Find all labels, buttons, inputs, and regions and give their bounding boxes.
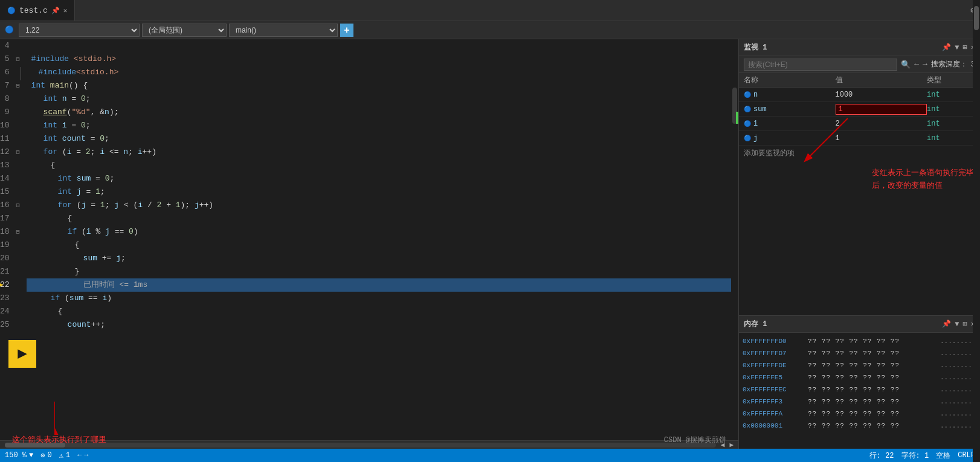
fold-5[interactable]: ⊟ xyxy=(12,53,24,66)
scope-select[interactable]: (全局范围) xyxy=(142,24,227,37)
mem-chars-6: ........ xyxy=(940,410,976,417)
watch-icon-i: 🔵 xyxy=(744,120,751,127)
search-icon[interactable]: 🔍 xyxy=(901,60,911,69)
watch-name-j: 🔵 j xyxy=(744,134,836,143)
space-status: 空格 xyxy=(936,451,950,461)
mem-bytes-0: ?? ?? ?? ?? ?? ?? ?? xyxy=(808,338,935,345)
watch-header-actions: 📌 ▼ ⊞ ✕ xyxy=(942,43,975,52)
memory-row-6: 0xFFFFFFFA ?? ?? ?? ?? ?? ?? ?? ........ xyxy=(739,408,980,420)
warning-count: 1 xyxy=(66,451,70,460)
zoom-status: 150 % ▼ xyxy=(5,451,33,460)
horizontal-scrollbar[interactable]: ◀ ▶ xyxy=(0,440,738,449)
memory-scrollbar[interactable] xyxy=(973,39,980,449)
mem-chars-3: ........ xyxy=(940,374,976,381)
watch-pin2-icon[interactable]: ⊞ xyxy=(963,43,967,52)
watermark: CSDN @摆摊卖煎饼 xyxy=(664,435,726,445)
add-button[interactable]: + xyxy=(340,24,353,37)
mem-chars-0: ........ xyxy=(940,338,976,345)
fold-7[interactable]: ⊟ xyxy=(12,79,24,92)
ln-17: 17 xyxy=(0,212,12,225)
tab-file-icon: 🔵 xyxy=(7,7,16,14)
watch-panel: 监视 1 📌 ▼ ⊞ ✕ 🔍 ← → 搜索深度： 3 xyxy=(739,39,980,316)
bottom-annotation-text: 这个箭头表示执行到了哪里 xyxy=(12,434,106,445)
mem-bytes-7: ?? ?? ?? ?? ?? ?? ?? xyxy=(808,422,935,429)
watch-name-n: 🔵 n xyxy=(744,91,836,99)
warning-icon: ⚠ xyxy=(59,451,63,460)
line-info: 行: 22 xyxy=(869,451,894,461)
mem-addr-1: 0xFFFFFFFD7 xyxy=(743,350,803,357)
editor-greenmark xyxy=(736,112,738,124)
mem-bytes-1: ?? ?? ?? ?? ?? ?? ?? xyxy=(808,350,935,357)
watch-type-i: int xyxy=(927,120,975,128)
code-line-8: int n = 0 ; xyxy=(27,92,731,106)
mem-addr-7: 0x00000001 xyxy=(743,422,803,429)
execution-arrow-box: ▶ xyxy=(8,340,36,368)
code-line-16: for ( j = 1 ; j < ( i / 2 + 1 ); xyxy=(27,199,731,212)
error-status: ⊗ 0 xyxy=(40,451,51,460)
search-nav-left[interactable]: ← xyxy=(914,60,919,69)
memory-row-3: 0xFFFFFFE5 ?? ?? ?? ?? ?? ?? ?? ........ xyxy=(739,371,980,383)
ln-16: 16 xyxy=(0,199,12,212)
watch-table-header: 名称 值 类型 xyxy=(739,73,980,88)
bottom-annotation: 这个箭头表示执行到了哪里 xyxy=(12,432,106,445)
fold-16[interactable]: ⊟ xyxy=(12,199,24,212)
status-bar: 150 % ▼ ⊗ 0 ⚠ 1 ← → 行: 22 字符: 1 空格 CRLF xyxy=(0,449,980,462)
code-line-5: #include <stdio.h> xyxy=(27,53,731,66)
memory-row-2: 0xFFFFFFFDE ?? ?? ?? ?? ?? ?? ?? .......… xyxy=(739,359,980,371)
fold-18[interactable]: ⊟ xyxy=(12,225,24,239)
warning-status: ⚠ 1 xyxy=(59,451,70,460)
ln-4: 4 xyxy=(0,39,12,53)
pin-icon[interactable]: 📌 xyxy=(942,43,951,52)
tab-test-c[interactable]: 🔵 test.c 📌 ✕ xyxy=(0,0,75,21)
mem-chars-4: ........ xyxy=(940,386,976,393)
nav-left-icon[interactable]: ← xyxy=(77,451,82,460)
search-nav-right[interactable]: → xyxy=(923,60,927,69)
tab-close-button[interactable]: ✕ xyxy=(63,7,68,14)
nav-right-icon[interactable]: → xyxy=(84,451,88,460)
code-line-10: int i = 0 ; xyxy=(27,119,731,132)
watch-row-sum[interactable]: 🔵 sum 1 int xyxy=(739,102,980,117)
editor-scrollbar[interactable] xyxy=(731,39,738,440)
memory-pin-icon[interactable]: 📌 xyxy=(942,319,951,329)
code-line-21: } xyxy=(27,265,731,278)
watch-row-n[interactable]: 🔵 n 1000 int xyxy=(739,88,980,102)
watch-col-value: 值 xyxy=(836,75,927,85)
mem-addr-2: 0xFFFFFFFDE xyxy=(743,362,803,369)
space-info: 空格 xyxy=(936,451,950,461)
memory-row-0: 0xFFFFFFFD0 ?? ?? ?? ?? ?? ?? ?? .......… xyxy=(739,335,980,347)
mem-addr-4: 0xFFFFFFFEC xyxy=(743,386,803,393)
ln-25: 25 xyxy=(0,318,12,332)
watch-value-sum: 1 xyxy=(836,104,927,115)
ln-19: 19 xyxy=(0,239,12,252)
code-line-4 xyxy=(27,39,731,53)
func-select[interactable]: main() xyxy=(229,24,338,37)
fold-12[interactable]: ⊟ xyxy=(12,146,24,159)
right-panel: 监视 1 📌 ▼ ⊞ ✕ 🔍 ← → 搜索深度： 3 xyxy=(738,39,980,449)
mem-chars-2: ........ xyxy=(940,362,976,369)
mem-chars-5: ........ xyxy=(940,398,976,405)
ln-15: 15 xyxy=(0,185,12,199)
code-line-25: count ++; xyxy=(27,318,731,332)
code-rows: #include <stdio.h> #include <stdio.h> in… xyxy=(24,39,731,440)
ln-11: 11 xyxy=(0,132,12,146)
mem-chars-7: ........ xyxy=(940,422,976,429)
zoom-value: 150 % xyxy=(5,451,27,460)
tab-pin-icon: 📌 xyxy=(51,7,60,14)
memory-float-icon[interactable]: ⊞ xyxy=(963,319,967,329)
preproc-include: #include xyxy=(31,53,69,66)
watch-add-item[interactable]: 添加要监视的项 xyxy=(739,146,980,161)
watch-row-i[interactable]: 🔵 i 2 int xyxy=(739,117,980,131)
mem-chars-1: ........ xyxy=(940,350,976,357)
watch-row-j[interactable]: 🔵 j 1 int xyxy=(739,131,980,146)
code-line-6: #include <stdio.h> xyxy=(27,66,731,79)
watch-title: 监视 1 xyxy=(744,42,767,53)
line-select[interactable]: 1.22 xyxy=(19,24,140,37)
ln-12: 12 xyxy=(0,146,12,159)
memory-panel: 内存 1 📌 ▼ ⊞ ✕ 0xFFFFFFFD0 ?? ?? ?? ?? ?? … xyxy=(739,316,980,449)
watch-menu-icon[interactable]: ▼ xyxy=(955,43,959,52)
watch-search-input[interactable] xyxy=(744,59,897,71)
memory-menu-icon[interactable]: ▼ xyxy=(955,320,959,329)
code-line-17: { xyxy=(27,212,731,225)
ln-20: 20 xyxy=(0,252,12,265)
zoom-dropdown-icon[interactable]: ▼ xyxy=(29,451,33,460)
